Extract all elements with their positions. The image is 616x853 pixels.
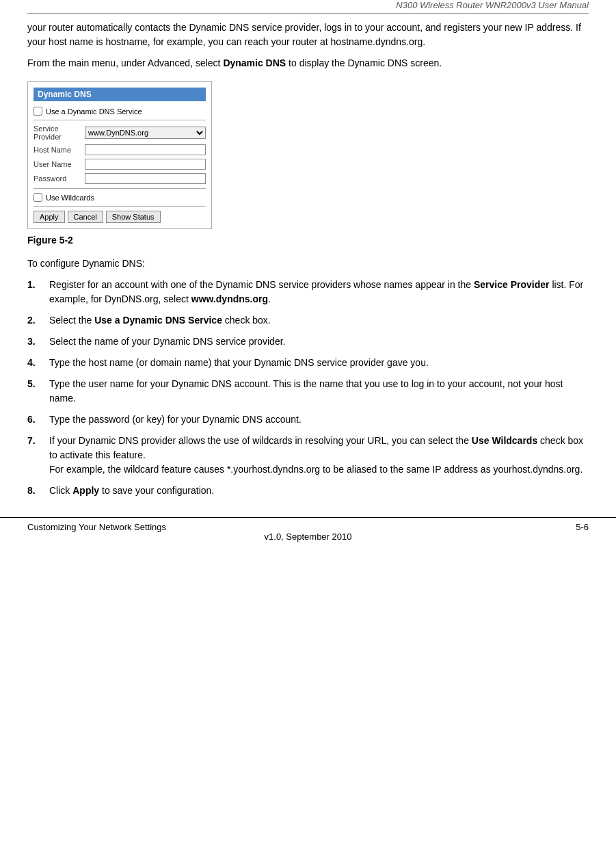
- password-input[interactable]: [85, 173, 206, 184]
- step-6-number: 6.: [27, 412, 49, 427]
- step-5-number: 5.: [27, 377, 49, 406]
- step-6: 6. Type the password (or key) for your D…: [27, 412, 589, 427]
- step-8-number: 8.: [27, 484, 49, 498]
- intro-paragraph-2: From the main menu, under Advanced, sele…: [27, 56, 589, 70]
- service-provider-row: Service Provider www.DynDNS.org: [34, 124, 206, 141]
- step-2-number: 2.: [27, 313, 49, 328]
- dns-panel: Dynamic DNS Use a Dynamic DNS Service Se…: [27, 81, 212, 229]
- step-4-content: Type the host name (or domain name) that…: [49, 356, 589, 370]
- user-name-label: User Name: [34, 160, 85, 168]
- use-dynamic-dns-row: Use a Dynamic DNS Service: [34, 107, 206, 116]
- step-4-number: 4.: [27, 356, 49, 370]
- use-wildcards-row: Use Wildcards: [34, 193, 206, 202]
- cancel-button[interactable]: Cancel: [68, 211, 103, 223]
- user-name-row: User Name: [34, 159, 206, 170]
- figure-dynamic-dns: Dynamic DNS Use a Dynamic DNS Service Se…: [27, 81, 589, 229]
- footer-left: Customizing Your Network Settings: [27, 522, 166, 532]
- user-name-input[interactable]: [85, 159, 206, 170]
- step-7: 7. If your Dynamic DNS provider allows t…: [27, 434, 589, 477]
- service-provider-bold: Service Provider: [474, 279, 550, 290]
- use-dynamic-dns-service-bold: Use a Dynamic DNS Service: [94, 315, 222, 326]
- dyndns-url-bold: www.dyndns.org: [191, 293, 268, 304]
- intro-paragraph-1: your router automatically contacts the D…: [27, 21, 589, 49]
- step-4: 4. Type the host name (or domain name) t…: [27, 356, 589, 370]
- footer-center: v1.0, September 2010: [265, 532, 352, 542]
- step-8-content: Click Apply to save your configuration.: [49, 484, 589, 498]
- step-1-content: Register for an account with one of the …: [49, 278, 589, 306]
- password-label: Password: [34, 174, 85, 183]
- step-2: 2. Select the Use a Dynamic DNS Service …: [27, 313, 589, 328]
- footer-right: 5-6: [576, 522, 589, 532]
- use-wildcards-bold: Use Wildcards: [472, 435, 537, 446]
- step-8: 8. Click Apply to save your configuratio…: [27, 484, 589, 498]
- step-7-content: If your Dynamic DNS provider allows the …: [49, 434, 589, 477]
- dns-divider-2: [34, 188, 206, 189]
- show-status-button[interactable]: Show Status: [106, 211, 161, 223]
- use-wildcards-label: Use Wildcards: [46, 194, 94, 202]
- service-provider-label: Service Provider: [34, 124, 85, 141]
- step-5-content: Type the user name for your Dynamic DNS …: [49, 377, 589, 406]
- step-3-content: Select the name of your Dynamic DNS serv…: [49, 334, 589, 349]
- step-3-number: 3.: [27, 334, 49, 349]
- header-title-text: N300 Wireless Router WNR2000v3 User Manu…: [396, 0, 589, 10]
- step-6-content: Type the password (or key) for your Dyna…: [49, 412, 589, 427]
- configure-intro: To configure Dynamic DNS:: [27, 257, 589, 271]
- steps-list: 1. Register for an account with one of t…: [27, 278, 589, 498]
- host-name-row: Host Name: [34, 144, 206, 155]
- apply-button[interactable]: Apply: [34, 211, 65, 223]
- figure-caption: Figure 5-2: [27, 235, 589, 246]
- step-1: 1. Register for an account with one of t…: [27, 278, 589, 306]
- use-dynamic-dns-label: Use a Dynamic DNS Service: [46, 107, 142, 116]
- dns-divider-1: [34, 120, 206, 120]
- use-wildcards-checkbox[interactable]: [34, 193, 42, 202]
- apply-bold: Apply: [72, 485, 99, 496]
- step-5: 5. Type the user name for your Dynamic D…: [27, 377, 589, 406]
- step-2-content: Select the Use a Dynamic DNS Service che…: [49, 313, 589, 328]
- dns-divider-3: [34, 206, 206, 207]
- dynamic-dns-bold: Dynamic DNS: [223, 57, 286, 68]
- dns-panel-title: Dynamic DNS: [34, 88, 206, 101]
- host-name-input[interactable]: [85, 144, 206, 155]
- step-7-number: 7.: [27, 434, 49, 477]
- page-footer: Customizing Your Network Settings 5-6: [0, 517, 616, 532]
- password-row: Password: [34, 173, 206, 184]
- dns-button-row: Apply Cancel Show Status: [34, 211, 206, 223]
- step-3: 3. Select the name of your Dynamic DNS s…: [27, 334, 589, 349]
- service-provider-select[interactable]: www.DynDNS.org: [85, 127, 206, 139]
- host-name-label: Host Name: [34, 146, 85, 154]
- page-header: N300 Wireless Router WNR2000v3 User Manu…: [27, 0, 589, 14]
- use-dynamic-dns-checkbox[interactable]: [34, 107, 42, 116]
- step-1-number: 1.: [27, 278, 49, 306]
